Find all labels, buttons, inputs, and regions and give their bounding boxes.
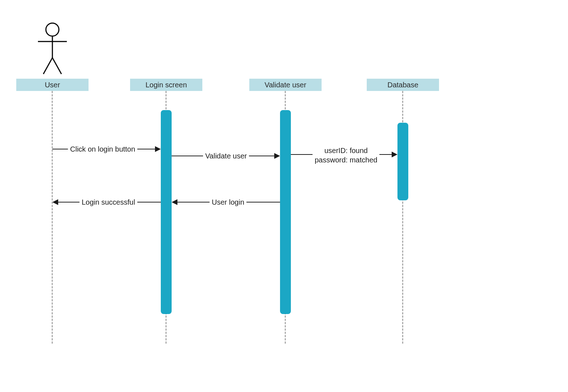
- participant-database: Database: [367, 79, 439, 91]
- participant-user-label: User: [45, 81, 60, 89]
- svg-point-0: [46, 23, 59, 36]
- message-label-2: Validate user: [203, 151, 249, 161]
- participant-validate-user-label: Validate user: [264, 81, 306, 89]
- svg-line-4: [52, 58, 61, 74]
- participant-login-screen: Login screen: [130, 79, 202, 91]
- message-label-1: Click on login button: [68, 144, 137, 154]
- activation-login-screen: [161, 110, 172, 314]
- actor-icon: [38, 22, 67, 77]
- participant-validate-user: Validate user: [249, 79, 322, 91]
- sequence-diagram: User Login screen Validate user Database…: [0, 0, 568, 392]
- lifeline-user: [52, 91, 53, 344]
- arrowhead-right-icon: [155, 146, 161, 152]
- message-label-3: userID: found password: matched: [313, 145, 379, 165]
- arrowhead-right-icon: [274, 153, 280, 159]
- message-label-4: User login: [210, 197, 246, 207]
- arrowhead-right-icon: [392, 152, 397, 157]
- message-label-5: Login successful: [79, 197, 137, 207]
- participant-user: User: [16, 79, 89, 91]
- activation-database: [397, 123, 408, 200]
- arrowhead-left-icon: [52, 199, 58, 205]
- arrowhead-left-icon: [172, 199, 177, 205]
- participant-database-label: Database: [387, 81, 418, 89]
- participant-login-screen-label: Login screen: [146, 81, 187, 89]
- svg-line-3: [43, 58, 52, 74]
- activation-validate-user: [280, 110, 291, 314]
